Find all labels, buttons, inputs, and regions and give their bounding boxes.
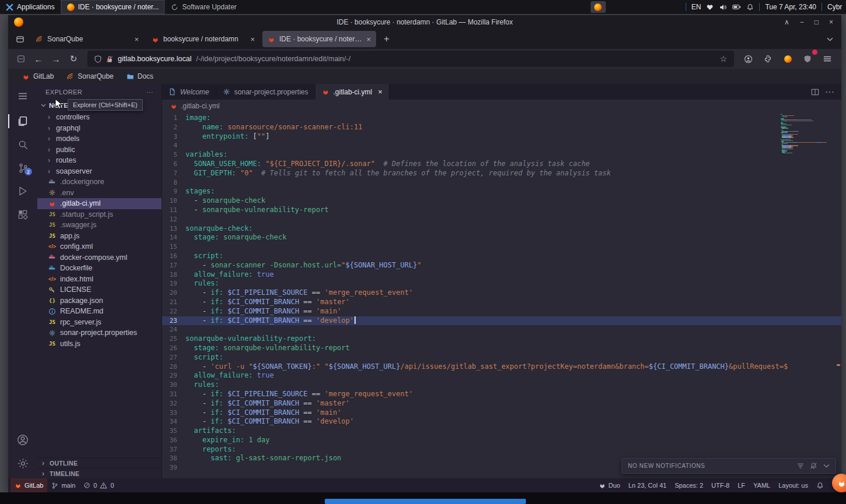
bookmark-gitlab[interactable]: GitLab [22, 72, 54, 80]
extensions-activity-icon[interactable] [8, 203, 37, 226]
code-line-26[interactable]: 26 stage: sonarqube-vulnerability-report [162, 344, 841, 353]
code-line-37[interactable]: 37 reports: [162, 445, 841, 454]
tree-file-Dockerfile[interactable]: Dockerfile [37, 263, 162, 274]
explorer-more-actions-icon[interactable]: ··· [146, 89, 153, 96]
tree-file-utils.js[interactable]: JSutils.js [37, 339, 162, 350]
code-line-6[interactable]: 6 SONAR_USER_HOME: "${CI_PROJECT_DIR}/.s… [162, 160, 841, 169]
taskbar-window-button[interactable]: Software Updater [164, 0, 242, 14]
min[interactable] [781, 114, 834, 154]
tree-file-.dockerignore[interactable]: .dockerignore [37, 177, 162, 188]
account-activity-icon[interactable] [8, 428, 37, 452]
browser-tab[interactable]: IDE · booksycure / noterd...× [262, 31, 376, 47]
code-editor[interactable]: 1image:2 name: sonarsource/sonar-scanner… [162, 112, 841, 478]
outline-section[interactable]: › OUTLINE [37, 457, 162, 468]
code-line-27[interactable]: 27 script: [162, 353, 841, 362]
code-line-36[interactable]: 36 expire_in: 1 day [162, 436, 841, 445]
tree-file-package.json[interactable]: {}package.json [37, 295, 162, 306]
code-line-28[interactable]: 28 - 'curl -u "${SONAR_TOKEN}:" "${SONAR… [162, 362, 841, 372]
bookmark-star-icon[interactable]: ☆ [719, 54, 727, 64]
keyboard-layout-status[interactable]: Layout: us [774, 478, 812, 492]
chevron-down-icon[interactable] [823, 464, 830, 468]
cursor-position-indicator[interactable]: Ln 23, Col 41 [624, 478, 671, 492]
window-widget-icon[interactable] [13, 51, 29, 66]
branch-indicator[interactable]: main [47, 478, 79, 492]
code-line-10[interactable]: 10 - sonarqube-check [162, 196, 841, 206]
filter-icon[interactable] [797, 463, 804, 469]
duo-indicator[interactable]: Duo [595, 478, 624, 492]
code-line-3[interactable]: 3 entrypoint: [""] [162, 132, 841, 142]
code-line-12[interactable]: 12 [162, 215, 841, 224]
reload-button[interactable]: ↻ [65, 51, 82, 66]
taskbar-window-button[interactable]: IDE · booksycure / noter... [61, 0, 165, 14]
tree-folder-controllers[interactable]: ›controllers [37, 112, 162, 123]
code-line-23[interactable]: 23 - if: $CI_COMMIT_BRANCH == 'develop' [162, 316, 841, 326]
health-heart-icon[interactable] [706, 3, 714, 11]
ide-menu-icon[interactable] [8, 87, 37, 105]
split-editor-icon[interactable] [811, 88, 819, 96]
close-tab-icon[interactable]: × [250, 35, 255, 44]
search-activity-icon[interactable] [8, 133, 37, 156]
tree-file-.gitlab-ci.yml[interactable]: .gitlab-ci.yml [37, 198, 162, 209]
list-all-tabs-button[interactable] [822, 31, 838, 47]
code-line-8[interactable]: 8 [162, 178, 841, 188]
code-line-35[interactable]: 35 artifacts: [162, 427, 841, 436]
tree-file-rpc_server.js[interactable]: JSrpc_server.js [37, 317, 162, 328]
tree-file-.startup_script.js[interactable]: JS.startup_script.js [37, 209, 162, 220]
bookmark-docs[interactable]: Docs [127, 72, 153, 80]
code-line-30[interactable]: 30 rules: [162, 380, 841, 390]
encoding-indicator[interactable]: UTF-8 [707, 478, 733, 492]
code-line-31[interactable]: 31 - if: $CI_PIPELINE_SOURCE == 'merge_r… [162, 390, 841, 399]
code-line-13[interactable]: 13sonarqube-check: [162, 224, 841, 234]
tree-file-docker-compose.yml[interactable]: docker-compose.yml [37, 252, 162, 263]
code-line-14[interactable]: 14 stage: sonarqube-check [162, 233, 841, 242]
tree-file-index.html[interactable]: </>index.html [37, 274, 162, 285]
tray-firefox-cell[interactable] [591, 1, 606, 13]
adblock-extension-icon[interactable] [799, 51, 816, 66]
url-bar[interactable]: gitlab.booksycure.local/-/ide/project/bo… [87, 51, 734, 67]
code-line-19[interactable]: 19 rules: [162, 279, 841, 288]
code-line-5[interactable]: 5variables: [162, 150, 841, 160]
code-line-1[interactable]: 1image: [162, 114, 841, 123]
eol-indicator[interactable]: LF [733, 478, 749, 492]
new-tab-button[interactable]: + [378, 31, 395, 47]
explorer-activity-icon[interactable] [8, 110, 37, 133]
editor-tab-sonar-project.properties[interactable]: sonar-project.properties [216, 84, 315, 100]
code-line-2[interactable]: 2 name: sonarsource/sonar-scanner-cli:11 [162, 123, 841, 132]
close-tab-icon[interactable]: × [366, 35, 371, 44]
code-line-20[interactable]: 20 - if: $CI_PIPELINE_SOURCE == 'merge_r… [162, 288, 841, 298]
editor-more-actions-icon[interactable]: ··· [825, 87, 834, 97]
tree-file-config.xml[interactable]: </>config.xml [37, 241, 162, 252]
tree-file-app.js[interactable]: JSapp.js [37, 231, 162, 242]
applications-menu[interactable]: Applications [0, 0, 61, 14]
tree-file-.swagger.js[interactable]: JS.swagger.js [37, 220, 162, 231]
mute-bell-icon[interactable] [810, 462, 817, 470]
code-line-4[interactable]: 4 [162, 141, 841, 150]
minimize-window-button[interactable]: − [800, 18, 804, 26]
tree-file-sonar-project.properties[interactable]: sonar-project.properties [37, 327, 162, 339]
editor-tab-Welcome[interactable]: Welcome [162, 84, 216, 100]
tree-folder-models[interactable]: ›models [37, 133, 162, 144]
container-fox-extension-icon[interactable] [780, 51, 796, 66]
close-tab-icon[interactable]: × [134, 35, 139, 44]
close-window-button[interactable]: × [829, 18, 833, 26]
shade-window-button[interactable]: ∧ [784, 18, 789, 26]
tree-file-README.md[interactable]: README.md [37, 306, 162, 317]
tree-folder-graphql[interactable]: ›graphql [37, 123, 162, 134]
volume-icon[interactable] [719, 3, 727, 11]
code-line-18[interactable]: 18 allow_failure: true [162, 270, 841, 280]
user-menu[interactable]: Cybr [827, 3, 846, 11]
code-line-24[interactable]: 24 [162, 325, 841, 334]
gitlab-remote-indicator[interactable]: GitLab [10, 478, 47, 492]
tracking-shield-icon[interactable] [94, 55, 101, 63]
tree-folder-soapserver[interactable]: ›soapserver [37, 166, 162, 177]
source-control-activity-icon[interactable]: 2 [8, 156, 37, 179]
tree-folder-routes[interactable]: ›routes [37, 155, 162, 166]
tree-folder-public[interactable]: ›public [37, 144, 162, 156]
code-line-7[interactable]: 7 GIT_DEPTH: "0" # Tells git to fetch al… [162, 169, 841, 178]
tree-file-LICENSE[interactable]: LICENSE [37, 284, 162, 295]
code-line-17[interactable]: 17 - sonar-scanner -Dsonar.host.url="${S… [162, 261, 841, 270]
browser-tab[interactable]: booksycure / noterdamn× [146, 31, 260, 47]
code-line-15[interactable]: 15 [162, 242, 841, 252]
battery-icon[interactable] [732, 3, 741, 10]
code-line-22[interactable]: 22 - if: $CI_COMMIT_BRANCH == 'main' [162, 307, 841, 316]
